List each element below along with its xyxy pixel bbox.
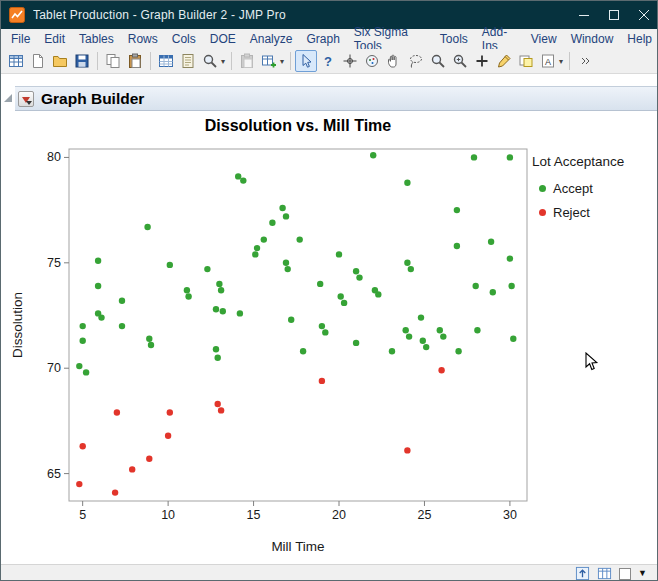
data-point-accept[interactable] (185, 293, 191, 299)
data-point-reject[interactable] (146, 456, 152, 462)
annotate-tool-button[interactable] (515, 50, 537, 72)
data-point-accept[interactable] (507, 255, 513, 261)
data-point-accept[interactable] (80, 338, 86, 344)
data-point-accept[interactable] (288, 317, 294, 323)
data-point-accept[interactable] (423, 344, 429, 350)
data-point-accept[interactable] (80, 323, 86, 329)
data-point-accept[interactable] (454, 207, 460, 213)
zoom-tool-button[interactable] (449, 50, 471, 72)
close-button[interactable] (629, 1, 658, 29)
data-point-accept[interactable] (95, 283, 101, 289)
minimize-button[interactable] (569, 1, 599, 29)
data-point-accept[interactable] (370, 152, 376, 158)
data-point-accept[interactable] (220, 308, 226, 314)
data-point-accept[interactable] (148, 342, 154, 348)
data-point-accept[interactable] (300, 348, 306, 354)
data-point-accept[interactable] (283, 260, 289, 266)
data-point-accept[interactable] (254, 245, 260, 251)
data-point-accept[interactable] (218, 287, 224, 293)
data-point-reject[interactable] (167, 409, 173, 415)
data-point-accept[interactable] (408, 266, 414, 272)
open-button[interactable] (49, 50, 71, 72)
data-point-accept[interactable] (184, 287, 190, 293)
data-point-accept[interactable] (440, 333, 446, 339)
crosshair-tool-button[interactable] (339, 50, 361, 72)
data-table-button[interactable] (155, 50, 177, 72)
data-point-reject[interactable] (112, 489, 118, 495)
menu-item-cols[interactable]: Cols (165, 30, 203, 48)
help-tool-button[interactable]: ? (317, 50, 339, 72)
data-point-accept[interactable] (216, 281, 222, 287)
data-point-reject[interactable] (80, 443, 86, 449)
data-point-accept[interactable] (356, 274, 362, 280)
toolbar-overflow-button[interactable] (574, 50, 596, 72)
new-journal-button[interactable] (27, 50, 49, 72)
data-point-reject[interactable] (165, 433, 171, 439)
data-point-accept[interactable] (490, 289, 496, 295)
data-point-accept[interactable] (240, 177, 246, 183)
status-checkbox[interactable] (619, 568, 631, 580)
data-point-accept[interactable] (144, 224, 150, 230)
data-point-accept[interactable] (404, 260, 410, 266)
data-point-accept[interactable] (283, 213, 289, 219)
red-triangle-menu-icon[interactable] (18, 91, 34, 107)
add-rows-button[interactable] (258, 50, 280, 72)
menu-item-view[interactable]: View (524, 30, 564, 48)
arrow-tool-button[interactable] (295, 50, 317, 72)
data-point-accept[interactable] (167, 262, 173, 268)
data-point-reject[interactable] (218, 407, 224, 413)
data-point-accept[interactable] (322, 329, 328, 335)
menu-item-edit[interactable]: Edit (37, 30, 72, 48)
data-point-accept[interactable] (119, 298, 125, 304)
data-point-accept[interactable] (473, 283, 479, 289)
outline-collapse-icon[interactable] (4, 94, 12, 102)
data-point-accept[interactable] (508, 283, 514, 289)
menu-item-analyze[interactable]: Analyze (243, 30, 300, 48)
plus-tool-button[interactable] (471, 50, 493, 72)
menu-item-graph[interactable]: Graph (299, 30, 346, 48)
menu-item-tools[interactable]: Tools (433, 30, 475, 48)
menu-item-window[interactable]: Window (564, 30, 621, 48)
data-point-accept[interactable] (507, 154, 513, 160)
data-point-accept[interactable] (353, 268, 359, 274)
menu-item-rows[interactable]: Rows (121, 30, 165, 48)
data-point-accept[interactable] (317, 281, 323, 287)
data-point-accept[interactable] (474, 327, 480, 333)
maximize-button[interactable] (599, 1, 629, 29)
grabber-tool-button[interactable] (383, 50, 405, 72)
lasso-tool-button[interactable] (405, 50, 427, 72)
status-dropdown-icon[interactable]: ▼ (638, 569, 647, 578)
data-point-accept[interactable] (403, 327, 409, 333)
data-point-reject[interactable] (114, 409, 120, 415)
data-point-accept[interactable] (454, 243, 460, 249)
data-point-accept[interactable] (375, 291, 381, 297)
data-point-accept[interactable] (338, 293, 344, 299)
data-point-accept[interactable] (252, 251, 258, 257)
menu-item-file[interactable]: File (4, 30, 37, 48)
legend-item-accept[interactable]: Accept (539, 181, 624, 196)
data-point-accept[interactable] (215, 355, 221, 361)
data-point-reject[interactable] (319, 378, 325, 384)
search-button[interactable] (199, 50, 221, 72)
data-point-accept[interactable] (235, 173, 241, 179)
data-point-reject[interactable] (215, 401, 221, 407)
menu-item-help[interactable]: Help (620, 30, 658, 48)
pencil-tool-button[interactable] (493, 50, 515, 72)
data-point-accept[interactable] (488, 239, 494, 245)
brush-tool-button[interactable] (361, 50, 383, 72)
data-point-accept[interactable] (471, 154, 477, 160)
data-point-accept[interactable] (98, 314, 104, 320)
data-point-accept[interactable] (437, 327, 443, 333)
data-point-reject[interactable] (129, 466, 135, 472)
data-point-accept[interactable] (406, 333, 412, 339)
data-point-accept[interactable] (404, 180, 410, 186)
data-point-accept[interactable] (76, 363, 82, 369)
paste-button[interactable] (124, 50, 146, 72)
data-point-accept[interactable] (420, 338, 426, 344)
data-point-accept[interactable] (95, 258, 101, 264)
data-point-accept[interactable] (341, 300, 347, 306)
legend-item-reject[interactable]: Reject (539, 205, 624, 220)
data-point-accept[interactable] (204, 266, 210, 272)
data-point-accept[interactable] (119, 323, 125, 329)
text-tool-button[interactable]: A (537, 50, 559, 72)
